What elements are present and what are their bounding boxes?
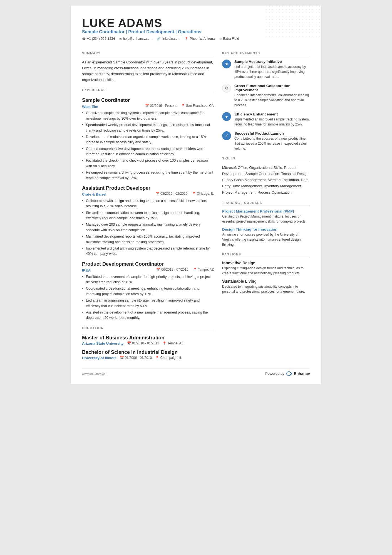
job-2-meta: 📅 08/2015 - 02/2019 📍 Chicago, IL [155, 192, 214, 196]
job-3-meta: 📅 06/2012 - 07/2015 📍 Tempe, AZ [156, 268, 214, 272]
pin-edu-2: 📍 [155, 356, 159, 360]
job-3-company-row: IKEA 📅 06/2012 - 07/2015 📍 Tempe, AZ [82, 268, 214, 273]
calendar-icon-3: 📅 [156, 268, 160, 272]
calendar-icon-2: 📅 [155, 192, 160, 196]
job-1-company-row: West Elm 📅 03/2019 - Present 📍 San Franc… [82, 104, 214, 109]
achievement-1-desc: Led a project that increased sample accu… [234, 64, 310, 79]
course-1: Project Management Professional (PMP) Ce… [222, 209, 310, 224]
job-1-meta: 📅 03/2019 - Present 📍 San Francisco, CA [145, 104, 214, 108]
summary-text: As an experienced Sample Coordinator wit… [82, 60, 214, 83]
job-1-bullet-5: Facilitated the check-in and check-out p… [82, 158, 214, 169]
passion-1: Innovative Design Exploring cutting-edge… [222, 261, 310, 276]
job-1-bullet-2: Spearheaded weekly product development m… [82, 122, 214, 133]
degree-2-meta: University of Illinois 📅 01/2006 - 01/20… [82, 356, 214, 360]
job-3-company: IKEA [82, 268, 91, 272]
job-3-location: 📍 Tempe, AZ [193, 268, 214, 272]
passion-2-title: Sustainable Living [222, 279, 310, 283]
footer-website: www.enhancv.com [82, 372, 107, 375]
resume-page: LUKE ADAMS Sample Coordinator | Product … [71, 6, 321, 384]
job-2: Assistant Product Developer Crate & Barr… [82, 185, 214, 257]
achievement-4-icon-wrap: ✓ [222, 131, 231, 140]
degree-2-dates: 📅 01/2006 - 01/2010 [120, 356, 152, 360]
calendar-edu-2: 📅 [120, 356, 124, 360]
passion-2-desc: Dedicated to integrating sustainability … [222, 284, 310, 294]
job-2-dates: 📅 08/2015 - 02/2019 [155, 192, 187, 196]
job-1-bullet-3: Developed and maintained an organized sa… [82, 134, 214, 145]
phone-icon: ☎ [82, 37, 86, 41]
job-3-bullet-4: Assisted in the development of a new sam… [82, 310, 214, 321]
job-2-bullet-3: Managed over 200 sample requests annuall… [82, 222, 214, 233]
course-2-desc: An online short course provided by the U… [222, 232, 310, 247]
right-column: KEY ACHIEVEMENTS ★ Sample Accuracy Initi… [222, 51, 310, 360]
pin-icon-3: 📍 [193, 268, 197, 272]
job-1-bullet-6: Revamped seasonal archiving processes, r… [82, 170, 214, 181]
achievements-section-title: KEY ACHIEVEMENTS [222, 51, 310, 56]
candidate-name: LUKE ADAMS [82, 17, 310, 29]
left-column: SUMMARY As an experienced Sample Coordin… [82, 51, 214, 360]
achievement-3: ♥ Efficiency Enhancement Implemented an … [222, 112, 310, 127]
achievement-1: ★ Sample Accuracy Initiative Led a proje… [222, 60, 310, 79]
passion-1-desc: Exploring cutting-edge design trends and… [222, 266, 310, 276]
course-1-title: Project Management Professional (PMP) [222, 209, 310, 213]
job-2-bullet-2: Streamlined communication between techni… [82, 210, 214, 221]
job-2-company: Crate & Barrel [82, 192, 106, 196]
achievement-2-title: Cross-Functional Collaboration Improveme… [234, 84, 310, 92]
job-1-bullet-1: Optimized sample tracking systems, impro… [82, 110, 214, 121]
contact-email: ✉ help@enhancv.com [119, 37, 152, 41]
header-divider [82, 49, 310, 49]
enhancv-brand-name: Enhancv [294, 371, 310, 376]
candidate-title: Sample Coordinator | Product Development… [82, 29, 310, 34]
summary-section-title: SUMMARY [82, 51, 214, 56]
achievement-2-icon-wrap: ⚙ [222, 84, 231, 93]
job-2-bullet-5: Implemented a digital archiving system t… [82, 246, 214, 257]
achievement-2: ⚙ Cross-Functional Collaboration Improve… [222, 84, 310, 108]
job-1-title: Sample Coordinator [82, 97, 214, 103]
passions-section-title: PASSIONS [222, 253, 310, 257]
degree-2-name: Bachelor of Science in Industrial Design [82, 349, 214, 355]
star-achievement-icon: ★ [225, 61, 229, 66]
job-3-bullet-1: Facilitated the movement of samples for … [82, 274, 214, 285]
job-3-bullet-2: Coordinated cross-functional meetings, e… [82, 286, 214, 297]
achievement-2-desc: Enhanced inter-departmental collaboratio… [234, 93, 310, 108]
job-1-bullets: Optimized sample tracking systems, impro… [82, 110, 214, 181]
skills-section-title: SKILLS [222, 157, 310, 161]
passion-2: Sustainable Living Dedicated to integrat… [222, 279, 310, 294]
achievement-3-desc: Implemented an improved sample tracking … [234, 117, 310, 127]
job-1: Sample Coordinator West Elm 📅 03/2019 - … [82, 97, 214, 181]
settings-achievement-icon: ⚙ [225, 86, 229, 91]
job-2-bullet-1: Collaborated with design and sourcing te… [82, 198, 214, 209]
degree-1: Master of Business Administration Arizon… [82, 335, 214, 346]
footer: www.enhancv.com Powered by Enhancv [82, 368, 310, 376]
powered-by-text: Powered by [265, 371, 284, 376]
achievement-1-icon-wrap: ★ [222, 60, 231, 68]
education-section-title: EDUCATION [82, 326, 214, 331]
calendar-edu-1: 📅 [127, 341, 131, 345]
contact-linkedin: 🔗 linkedin.com [157, 37, 180, 41]
degree-2-school: University of Illinois [82, 356, 116, 360]
job-3: Product Development Coordinator IKEA 📅 0… [82, 261, 214, 321]
pin-icon-1: 📍 [181, 104, 185, 108]
job-3-title: Product Development Coordinator [82, 261, 214, 267]
job-3-bullets: Facilitated the movement of samples for … [82, 274, 214, 321]
job-1-location: 📍 San Francisco, CA [181, 104, 214, 108]
achievement-4: ✓ Successful Product Launch Contributed … [222, 131, 310, 151]
contact-extra: ☆ Extra Field [219, 37, 239, 41]
training-section-title: TRAINING / COURSES [222, 201, 310, 206]
pin-icon-2: 📍 [192, 192, 196, 196]
job-3-bullet-3: Led a team in organizing sample storage,… [82, 298, 214, 309]
job-2-location: 📍 Chicago, IL [192, 192, 214, 196]
star-icon: ☆ [219, 37, 222, 41]
contact-phone: ☎ +1-(234)-555-1234 [82, 37, 115, 41]
email-icon: ✉ [119, 37, 122, 41]
job-1-dates: 📅 03/2019 - Present [145, 104, 177, 108]
job-2-bullet-4: Maintained development reports with 100%… [82, 234, 214, 245]
achievement-1-title: Sample Accuracy Initiative [234, 60, 310, 64]
skills-text: Microsoft Office, Organizational Skills,… [222, 165, 310, 195]
footer-brand: Powered by Enhancv [265, 371, 310, 376]
course-2-title: Design Thinking for Innovation [222, 227, 310, 231]
achievement-3-icon-wrap: ♥ [222, 112, 231, 121]
achievement-2-content: Cross-Functional Collaboration Improveme… [234, 84, 310, 108]
job-1-bullet-4: Created comprehensive development report… [82, 146, 214, 157]
job-2-bullets: Collaborated with design and sourcing te… [82, 198, 214, 257]
contact-bar: ☎ +1-(234)-555-1234 ✉ help@enhancv.com 🔗… [82, 37, 310, 43]
